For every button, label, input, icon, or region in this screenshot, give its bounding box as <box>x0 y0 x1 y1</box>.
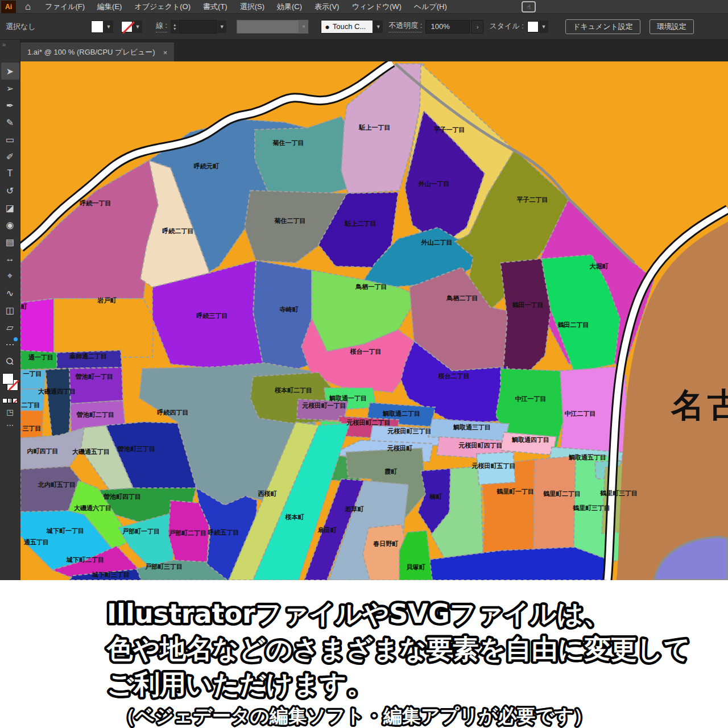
city-name-label: 名古屋 <box>671 386 728 424</box>
style-dropdown-icon[interactable]: ▼ <box>539 20 548 33</box>
district-label: 元桜田町二丁目 <box>346 419 391 427</box>
menu-item-6[interactable]: 表示(V) <box>308 0 345 13</box>
district-label: 曽池町四丁目 <box>103 493 141 500</box>
district-label: 内町四丁目 <box>27 448 59 455</box>
control-bar: 選択なし ▼ ▼ 線 : ▲▼ ▼ ▼ ●Touch C... ▼ 不透明度 :… <box>0 14 728 40</box>
edit-toolbar-icon[interactable]: ⋯ <box>1 336 19 353</box>
stroke-weight-dropdown-icon[interactable]: ▼ <box>217 20 226 33</box>
shape-builder-tool-icon[interactable]: ◉ <box>1 216 19 233</box>
menu-bar: Ai ⌂ ファイル(F)編集(E)オブジェクト(O)書式(T)選択(S)効果(C… <box>0 0 728 14</box>
menu-item-0[interactable]: ファイル(F) <box>39 0 91 13</box>
district-label: 駈上二丁目 <box>345 220 377 228</box>
tab-close-icon[interactable]: × <box>163 48 168 57</box>
district-label: 桜台一丁目 <box>350 348 382 355</box>
paintbrush-tool-icon[interactable]: ✐ <box>1 148 19 165</box>
opacity-value-field[interactable]: 100% <box>425 20 470 34</box>
district-label: 呼続二丁目 <box>163 227 194 235</box>
district-label: 鯛取通四丁目 <box>511 436 549 444</box>
district-label: 若草町 <box>345 506 365 513</box>
curvature-tool-icon[interactable]: ✎ <box>1 114 19 131</box>
drawing-mode-icon[interactable]: ◳ <box>6 408 13 416</box>
district-label: 中江二丁目 <box>565 410 596 417</box>
symbol-sprayer-tool-icon[interactable]: ∿ <box>1 284 19 301</box>
variable-width-profile-dropdown[interactable] <box>237 20 299 34</box>
rotate-tool-icon[interactable]: ↺ <box>1 182 19 199</box>
district-label: 呼続五丁目 <box>208 528 239 536</box>
district-label: 春日野町 <box>373 540 399 548</box>
district-label: 岩戸町 <box>97 297 117 304</box>
district-label: 通一丁目 <box>28 354 53 361</box>
district-label: 大磯通四丁目 <box>38 388 76 395</box>
width-tool-icon[interactable]: ↔ <box>1 250 19 267</box>
district-label: 戸部町三丁目 <box>145 563 183 570</box>
eyedropper-tool-icon[interactable]: ⌖ <box>1 267 19 284</box>
menu-item-3[interactable]: 書式(T) <box>197 0 234 13</box>
style-swatch[interactable] <box>527 21 539 32</box>
type-tool-icon[interactable]: T <box>1 165 19 182</box>
district-label: 曽池町三丁目 <box>117 445 155 453</box>
district-label: 鳥栖一丁目 <box>355 283 387 291</box>
district-label: 霞町 <box>384 468 398 475</box>
gradient-mode-icon[interactable] <box>7 398 13 403</box>
fill-indicator-swatch[interactable] <box>2 373 14 384</box>
home-icon[interactable]: ⌂ <box>25 1 31 13</box>
district-label: 戸部町二丁目 <box>169 530 206 537</box>
variable-width-dropdown-icon[interactable]: ▼ <box>299 20 308 34</box>
district-label: 貝塚町 <box>406 564 426 571</box>
eraser-tool-icon[interactable]: ◪ <box>1 199 19 216</box>
pen-tool-icon[interactable]: ✒ <box>1 97 19 114</box>
document-setup-button[interactable]: ドキュメント設定 <box>565 19 640 34</box>
district-label: 大磯通六丁目 <box>74 504 111 512</box>
none-mode-icon[interactable] <box>13 398 18 403</box>
fill-color-dropdown-icon[interactable]: ▼ <box>104 20 113 33</box>
caption-band: IllustratorファイルやSVGファイルは、 色や地名などのさまざまな要素… <box>0 580 728 728</box>
stroke-weight-value[interactable] <box>179 20 217 34</box>
menu-item-5[interactable]: 効果(C) <box>271 0 308 13</box>
brush-dropdown-icon[interactable]: ▼ <box>374 20 383 33</box>
rectangle-tool-icon[interactable]: ▭ <box>1 131 19 148</box>
district-label: 桜本町二丁目 <box>274 387 312 394</box>
selection-tool-icon[interactable]: ➤ <box>1 63 19 80</box>
gradient-tool-icon[interactable]: ▤ <box>1 233 19 250</box>
document-tab[interactable]: 1.ai* @ 100 % (RGB/CPU プレビュー) × <box>20 43 174 61</box>
district-label: 外山一丁目 <box>418 180 450 188</box>
menu-item-8[interactable]: ヘルプ(H) <box>408 0 453 13</box>
zoom-tool-icon[interactable]: Ϙ <box>1 353 19 370</box>
stroke-weight-stepper[interactable]: ▲▼ <box>171 20 179 34</box>
direct-selection-tool-icon[interactable]: ➢ <box>1 80 19 97</box>
toolbar-collapse-stub[interactable]: » <box>0 40 20 61</box>
map-artwork: 呼続元町菊住一丁目駈上一丁目平子一丁目呼続一丁目呼続二丁目菊住二丁目駈上二丁目外… <box>20 61 728 580</box>
district-label: 鶴田一丁目 <box>512 301 544 309</box>
selection-status: 選択なし <box>6 22 91 32</box>
brush-definition-dropdown[interactable]: ●Touch C... <box>321 20 373 34</box>
fill-stroke-indicator[interactable] <box>1 373 19 396</box>
menu-item-1[interactable]: 編集(E) <box>91 0 128 13</box>
color-mode-icon[interactable] <box>2 398 7 403</box>
main-area: ➤➢✒✎▭✐T↺◪◉▤↔⌖∿◫▱⋯Ϙ◳⋯ <box>0 61 728 580</box>
district-label: 平子二丁目 <box>517 196 548 204</box>
district-label: 菊住二丁目 <box>274 217 306 225</box>
district-label: 通五丁目 <box>23 539 49 546</box>
preferences-button[interactable]: 環境設定 <box>650 19 694 34</box>
document-tab-title: 1.ai* @ 100 % (RGB/CPU プレビュー) <box>27 47 155 57</box>
menu-item-7[interactable]: ウィンドウ(W) <box>345 0 407 13</box>
stroke-color-swatch[interactable] <box>121 21 133 32</box>
document-canvas[interactable]: 呼続元町菊住一丁目駈上一丁目平子一丁目呼続一丁目呼続二丁目菊住二丁目駈上二丁目外… <box>20 61 728 580</box>
district-label: 大磯通五丁目 <box>72 448 110 456</box>
district-label: 桜本町 <box>285 514 305 521</box>
adobe-illustrator-logo-icon[interactable]: Ai <box>1 1 16 13</box>
district-label: 一丁目 <box>23 370 42 378</box>
menu-item-4[interactable]: 選択(S) <box>234 0 271 13</box>
shapes-tool-icon[interactable]: ◫ <box>1 301 19 318</box>
opacity-expand-icon[interactable]: › <box>471 20 483 34</box>
district-label: 呼続四丁目 <box>158 408 189 416</box>
district-label: 元桜田町 <box>387 445 413 452</box>
fill-color-swatch[interactable] <box>91 20 104 33</box>
touch-workspace-icon[interactable]: ☝ <box>522 1 536 13</box>
more-options-icon[interactable]: ⋯ <box>6 421 14 429</box>
stroke-weight-label[interactable]: 線 : <box>156 20 167 32</box>
opacity-label[interactable]: 不透明度 : <box>388 20 422 32</box>
artboard-tool-icon[interactable]: ▱ <box>1 318 19 336</box>
menu-items: ファイル(F)編集(E)オブジェクト(O)書式(T)選択(S)効果(C)表示(V… <box>39 0 453 13</box>
menu-item-2[interactable]: オブジェクト(O) <box>128 0 197 13</box>
